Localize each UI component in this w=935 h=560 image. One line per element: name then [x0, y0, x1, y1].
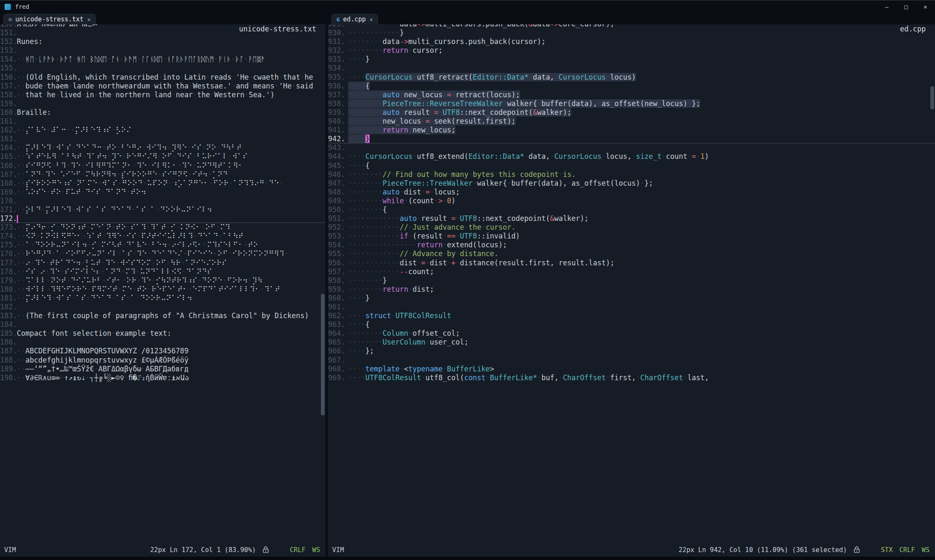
- code-line[interactable]: 187.··ABCDEFGHIJKLMNOPQRSTUVWXYZ·/012345…: [0, 347, 326, 355]
- code-line[interactable]: 188.··abcdefghijklmnopqrstuvwxyz·£©µÀÆÖÞ…: [0, 356, 326, 365]
- code-line[interactable]: 947.········PieceTree::TreeWalker·walker…: [328, 179, 935, 188]
- code-line[interactable]: 945.····{: [328, 161, 935, 170]
- code-line[interactable]: 170.: [0, 197, 326, 205]
- code-line[interactable]: 937.········auto·new_locus·=·retract(loc…: [328, 91, 935, 99]
- code-line[interactable]: 166.··⠎⠊⠛⠝⠫·⠃⠹·⠹⠑·⠊⠇⠻⠛⠹⠍⠁⠝⠂·⠹⠑·⠊⠇⠻⠅⠂·⠹⠑·…: [0, 161, 326, 170]
- code-line[interactable]: 935.····CursorLocus·utf8_retract(Editor:…: [328, 73, 935, 82]
- code-line[interactable]: 949.········while·(count·>·0): [328, 197, 935, 205]
- code-line[interactable]: 183.··(The·first·couple·of·paragraphs·of…: [0, 311, 326, 320]
- code-line[interactable]: 950.········{: [328, 205, 935, 214]
- code-line[interactable]: 964.········Column·offset_col;: [328, 329, 935, 338]
- tab-unicode-stress[interactable]: ≡ unicode-stress.txt ✕: [3, 14, 96, 24]
- tab-close-icon[interactable]: ✕: [87, 16, 91, 23]
- code-line[interactable]: 942.····}: [328, 135, 935, 143]
- code-line[interactable]: 181.··⡍⠜⠇⠑⠹·⠺⠁⠎·⠁⠎·⠙⠑⠁⠙·⠁⠎·⠁·⠙⠕⠕⠗⠤⠝⠁⠊⠇⠲: [0, 294, 326, 303]
- editor-right[interactable]: ed.cpp 929.············data->multi_curso…: [328, 24, 935, 543]
- code-line[interactable]: 959.········return·dist;: [328, 285, 935, 294]
- app-icon: [5, 4, 11, 10]
- code-line[interactable]: 956.············dist·=·dist·+·distance(r…: [328, 259, 935, 267]
- code-line[interactable]: 153.: [0, 46, 326, 55]
- code-line[interactable]: 965.········UserColumn·user_col;: [328, 338, 935, 347]
- code-line[interactable]: 177.··⠔·⠹⠑·⠞⠗⠁⠙⠑⠲·⡃⠥⠞·⠹⠑·⠺⠊⠎⠙⠕⠍·⠕⠋·⠳⠗·⠁⠝…: [0, 259, 326, 267]
- code-line[interactable]: 173.··⡍⠔⠙⠖·⡊·⠙⠕⠝⠰⠞·⠍⠑⠁⠝·⠞⠕·⠎⠁⠹·⠹⠁⠞·⡊·⠅⠝⠪…: [0, 223, 326, 232]
- code-line[interactable]: 154.··ᚻᛖ·ᚳᚹᚫᚦ·ᚦᚫᛏ·ᚻᛖ·ᛒᚢᛞᛖ·ᚩᚾ·ᚦᚫᛗ·ᛚᚪᚾᛞᛖ·ᚾ…: [0, 55, 326, 64]
- code-line[interactable]: 158.··that·he·lived·in·the·northern·land…: [0, 91, 326, 99]
- code-line[interactable]: 178.··⠊⠎·⠔·⠹⠑·⠎⠊⠍⠊⠇⠑⠆·⠁⠝⠙·⠍⠹·⠥⠝⠙⠁⠇⠇⠪⠫·⠙⠁…: [0, 267, 326, 276]
- code-line[interactable]: 162.··⡌⠁⠧⠑·⠼⠁⠒··⡍⠜⠇⠑⠹⠰⠎·⡣⠕⠌: [0, 126, 326, 135]
- code-line[interactable]: 161.: [0, 117, 326, 126]
- code-line[interactable]: 176.··⠗⠑⠛⠜⠙·⠁·⠊⠕⠋⠋⠔⠤⠝⠁⠊⠇·⠁⠎·⠹⠑·⠙⠑⠁⠙⠑⠌·⠏⠊…: [0, 249, 326, 258]
- code-line[interactable]: 969.····UTF8ColResult·utf8_col(const·Buf…: [328, 373, 935, 382]
- code-line[interactable]: 933.····}: [328, 55, 935, 64]
- code-line[interactable]: 967.: [328, 356, 935, 365]
- tab-ed-cpp[interactable]: G ed.cpp ✕: [331, 14, 378, 24]
- code-line[interactable]: 190.··∀∂∈ℝ∧∪≡∞·↑↗↨↻⇣·┐┼╔╘░►☺♀·ﬁ�⑀₂ἠḂӥẄɐː…: [0, 373, 326, 382]
- code-line[interactable]: 186.: [0, 338, 326, 347]
- code-line[interactable]: 960.····}: [328, 294, 935, 303]
- close-button[interactable]: ✕: [916, 0, 935, 13]
- code-line[interactable]: 172.: [0, 214, 326, 223]
- code-line[interactable]: 943.: [328, 143, 935, 152]
- code-line[interactable]: 957.············--count;: [328, 267, 935, 276]
- code-line[interactable]: 958.········}: [328, 276, 935, 285]
- code-line[interactable]: 934.: [328, 64, 935, 73]
- code-line[interactable]: 155.: [0, 64, 326, 73]
- code-line[interactable]: 954.················return·extend(locus)…: [328, 241, 935, 249]
- line-number: 939.: [328, 108, 348, 117]
- code-line[interactable]: 159.: [0, 99, 326, 108]
- code-line[interactable]: 963.····{: [328, 320, 935, 329]
- code-line[interactable]: 944.····CursorLocus·utf8_extend(Editor::…: [328, 152, 935, 161]
- editor-left[interactable]: unicode-stress.txt 150.እግርህን·በፍራሽህ·ልክ·ዘር…: [0, 24, 326, 543]
- code-line[interactable]: 175.··⠁·⠙⠕⠕⠗⠤⠝⠁⠊⠇⠲·⡊·⠍⠊⠣⠞·⠙⠁⠧⠑·⠃⠑⠲·⠔⠊⠇⠔⠫…: [0, 241, 326, 249]
- code-line[interactable]: 167.··⠁⠝⠙·⠹⠑·⠡⠊⠑⠋·⠍⠳⠗⠝⠻⠲·⡎⠊⠗⠕⠕⠛⠑·⠎⠊⠛⠝⠫·⠊…: [0, 170, 326, 179]
- code-line[interactable]: 932.········return·cursor;: [328, 46, 935, 55]
- code-line[interactable]: 180.··⠺⠊⠇⠇·⠹⠻⠑⠋⠕⠗⠑·⠏⠻⠍⠊⠞·⠍⠑·⠞⠕·⠗⠑⠏⠑⠁⠞⠂·⠑…: [0, 285, 326, 294]
- code-line[interactable]: 953.············if·(result·==·UTF8::inva…: [328, 232, 935, 241]
- code-line[interactable]: 157.··bude·thaem·lande·northweardum·with…: [0, 82, 326, 91]
- scrollbar-thumb[interactable]: [930, 86, 934, 109]
- code-line[interactable]: 184.: [0, 320, 326, 329]
- maximize-button[interactable]: □: [896, 0, 916, 13]
- line-number: 183.: [0, 311, 17, 320]
- code-line[interactable]: 189.··–—‘“”„†•…‰™œŠŸž€·ΑΒΓΔΩαβγδω·АБВГДа…: [0, 365, 326, 373]
- code-line[interactable]: 938.········PieceTree::ReverseTreeWalker…: [328, 99, 935, 108]
- code-line[interactable]: 156.··(Old·English,·which·transcribed·in…: [0, 73, 326, 82]
- code-line[interactable]: 931.········data->multi_cursors.push_bac…: [328, 37, 935, 46]
- line-number: 932.: [328, 46, 348, 55]
- code-line[interactable]: 951.············auto·result·=·UTF8::next…: [328, 214, 935, 223]
- code-line[interactable]: 955.············//·Advance·by·distance.: [328, 249, 935, 258]
- code-line[interactable]: 165.··⠱⠁⠞⠑⠧⠻·⠁⠃⠳⠞·⠹⠁⠞⠲·⡹⠑·⠗⠑⠛⠊⠌⠻·⠕⠋·⠙⠊⠎·…: [0, 152, 326, 161]
- code-line[interactable]: 182.: [0, 303, 326, 311]
- code-line[interactable]: 941.········return·new_locus;: [328, 126, 935, 135]
- code-line[interactable]: 171.··⡕⠇⠙·⡍⠜⠇⠑⠹·⠺⠁⠎·⠁⠎·⠙⠑⠁⠙·⠁⠎·⠁·⠙⠕⠕⠗⠤⠝⠁…: [0, 205, 326, 214]
- code-line[interactable]: 952.············//·Just·advance·the·curs…: [328, 223, 935, 232]
- status-flag: WS: [922, 546, 930, 554]
- code-line[interactable]: 936.····{: [328, 82, 935, 91]
- code-line[interactable]: 163.: [0, 135, 326, 143]
- code-line[interactable]: 961.: [328, 303, 935, 311]
- filename-overlay: unicode-stress.txt: [237, 24, 319, 34]
- code-line[interactable]: 940.········new_locus·=·seek(result.firs…: [328, 117, 935, 126]
- code-line[interactable]: 968.····template·<typename·BufferLike>: [328, 365, 935, 373]
- code-line[interactable]: 929.············data->multi_cursors.push…: [328, 24, 935, 29]
- code-line[interactable]: 966.····};: [328, 347, 935, 355]
- code-line[interactable]: 152.Runes:: [0, 37, 326, 46]
- code-line[interactable]: 962.····struct·UTF8ColResult: [328, 311, 935, 320]
- lock-icon[interactable]: [263, 546, 269, 553]
- code-line[interactable]: 930.············}: [328, 29, 935, 37]
- scrollbar-thumb[interactable]: [321, 294, 325, 415]
- code-line[interactable]: 164.··⡍⠜⠇⠑⠹·⠺⠁⠎·⠙⠑⠁⠙⠒·⠞⠕·⠃⠑⠛⠔·⠺⠊⠹⠲·⡹⠻⠑·⠊…: [0, 143, 326, 152]
- minimize-button[interactable]: –: [877, 0, 896, 13]
- tab-close-icon[interactable]: ✕: [370, 16, 373, 23]
- code-line[interactable]: 185.Compact·font·selection·example·text:: [0, 329, 326, 338]
- code-line[interactable]: 160.Braille:: [0, 108, 326, 117]
- code-line[interactable]: 939.········auto·result·=·UTF8::next_cod…: [328, 108, 935, 117]
- code-line[interactable]: 174.··⠪⠝·⠅⠝⠪⠇⠫⠛⠑⠂·⠱⠁⠞·⠹⠻⠑·⠊⠎·⠏⠜⠞⠊⠊⠥⠇⠜⠇⠹·…: [0, 232, 326, 241]
- code-line[interactable]: 179.··⠩⠁⠇⠇·⠝⠕⠞·⠙⠊⠌⠥⠗⠃·⠊⠞⠂·⠕⠗·⠹⠑·⡊⠳⠝⠞⠗⠹⠰⠎…: [0, 276, 326, 285]
- code-line[interactable]: 169.··⠡⠕⠎⠑·⠞⠕·⠏⠥⠞·⠙⠊⠎·⠙⠁⠝⠙·⠞⠕⠲: [0, 188, 326, 197]
- code-line[interactable]: 168.··⡎⠊⠗⠕⠕⠛⠑⠰⠎·⠝⠁⠍⠑·⠺⠁⠎·⠛⠕⠕⠙·⠥⠏⠕⠝·⠰⡡⠁⠝⠛…: [0, 179, 326, 188]
- text-file-icon: ≡: [8, 16, 12, 23]
- code-line[interactable]: 946.········//·Find·out·how·many·bytes·t…: [328, 170, 935, 179]
- code-line[interactable]: 948.········auto·dist·=·locus;: [328, 188, 935, 197]
- lock-icon[interactable]: [854, 546, 860, 553]
